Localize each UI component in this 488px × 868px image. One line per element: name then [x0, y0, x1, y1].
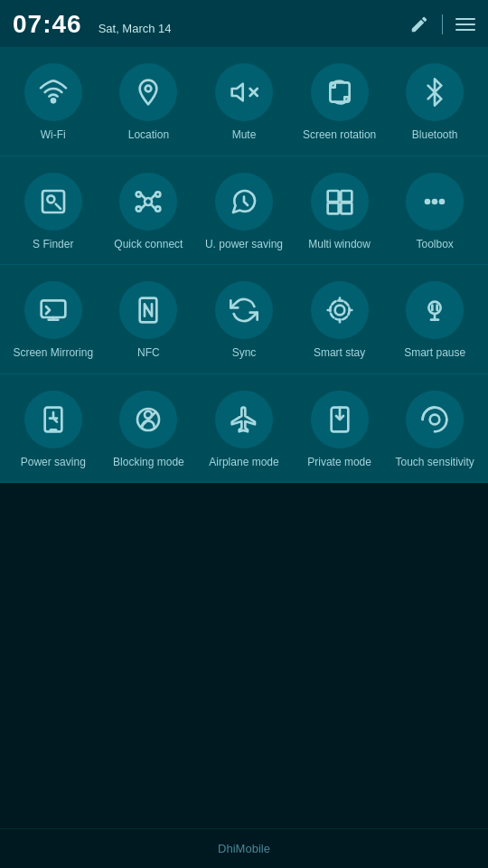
wifi-icon [24, 63, 82, 121]
grid-item-private-mode[interactable]: Private mode [296, 391, 383, 470]
grid-item-screen-rotation[interactable]: Screen rotation [296, 63, 383, 143]
nfc-icon [119, 281, 177, 339]
grid-item-power-saving[interactable]: Power saving [10, 391, 97, 470]
blocking-mode-label: Blocking mode [113, 456, 184, 470]
blocking-mode-icon [119, 391, 177, 448]
smart-stay-icon [311, 281, 369, 339]
touch-sensitivity-label: Touch sensitivity [395, 456, 474, 470]
airplane-mode-label: Airplane mode [209, 456, 278, 470]
mute-label: Mute [232, 128, 257, 143]
svg-rect-21 [341, 203, 352, 213]
grid-item-bluetooth[interactable]: Bluetooth [391, 63, 478, 143]
svg-point-27 [334, 306, 344, 316]
svg-rect-19 [341, 191, 352, 202]
grid-item-quick-connect[interactable]: Quick connect [105, 173, 192, 252]
grid-row-2: Screen Mirroring NFC Sync Smart stay Sma… [0, 265, 488, 374]
svg-point-28 [330, 301, 349, 320]
touch-sensitivity-icon [406, 391, 464, 448]
grid-row-1: S Finder Quick connect U. power saving M… [0, 156, 488, 266]
toolbox-label: Toolbox [416, 238, 453, 252]
grid-item-u-power-saving[interactable]: U. power saving [201, 173, 287, 252]
grid-item-touch-sensitivity[interactable]: Touch sensitivity [391, 391, 478, 470]
quick-connect-label: Quick connect [114, 238, 183, 252]
sync-icon [215, 281, 273, 339]
svg-line-15 [151, 194, 155, 199]
toolbox-icon [406, 173, 464, 231]
s-finder-label: S Finder [33, 238, 73, 252]
status-date: Sat, March 14 [99, 22, 172, 35]
svg-point-1 [145, 86, 152, 92]
grid-item-airplane-mode[interactable]: Airplane mode [201, 391, 287, 470]
svg-point-33 [429, 302, 441, 314]
svg-marker-2 [232, 84, 243, 101]
multi-window-icon [311, 173, 369, 231]
sync-label: Sync [232, 346, 257, 361]
grid-item-toolbox[interactable]: Toolbox [391, 173, 478, 252]
svg-line-16 [141, 203, 145, 208]
screen-rotation-label: Screen rotation [303, 128, 376, 143]
airplane-mode-icon [215, 391, 273, 448]
screen-mirroring-label: Screen Mirroring [13, 346, 93, 361]
wifi-label: Wi-Fi [41, 128, 66, 143]
power-saving-icon [24, 391, 82, 448]
screen-mirroring-icon [24, 281, 82, 339]
svg-rect-25 [41, 301, 65, 318]
svg-line-17 [151, 203, 155, 208]
grid-item-nfc[interactable]: NFC [105, 281, 192, 361]
quick-connect-icon [119, 173, 177, 231]
private-mode-icon [311, 391, 369, 448]
status-divider [442, 14, 443, 34]
grid-row-0: Wi-Fi Location Mute Screen rotation Blue… [0, 47, 488, 156]
svg-point-22 [426, 200, 429, 203]
grid-item-blocking-mode[interactable]: Blocking mode [105, 391, 192, 470]
grid-item-multi-window[interactable]: Multi window [296, 173, 383, 252]
private-mode-label: Private mode [307, 456, 371, 470]
screen-rotation-icon [311, 63, 369, 121]
svg-rect-18 [327, 191, 338, 202]
bluetooth-label: Bluetooth [412, 128, 458, 143]
smart-pause-icon [406, 281, 464, 339]
status-right [409, 14, 475, 34]
grid-item-wifi[interactable]: Wi-Fi [10, 63, 97, 143]
grid-item-sync[interactable]: Sync [201, 281, 287, 361]
bluetooth-icon [406, 63, 464, 121]
smart-pause-label: Smart pause [404, 346, 465, 361]
multi-window-label: Multi window [308, 238, 371, 252]
power-saving-label: Power saving [21, 456, 86, 470]
svg-rect-5 [330, 82, 349, 101]
svg-rect-20 [327, 203, 338, 213]
grid-item-mute[interactable]: Mute [201, 63, 287, 143]
footer: DhiMobile [0, 828, 488, 868]
footer-label: DhiMobile [218, 842, 270, 855]
location-icon [119, 63, 177, 121]
status-time: 07:46 [13, 10, 82, 39]
menu-icon[interactable] [455, 18, 475, 31]
u-power-saving-icon [215, 173, 273, 231]
smart-stay-label: Smart stay [314, 346, 365, 361]
quick-settings-grid: Wi-Fi Location Mute Screen rotation Blue… [0, 47, 488, 483]
svg-point-24 [440, 200, 444, 203]
edit-icon[interactable] [409, 14, 429, 34]
u-power-saving-label: U. power saving [205, 238, 283, 252]
svg-point-7 [47, 195, 54, 203]
svg-line-8 [55, 203, 60, 208]
svg-point-41 [430, 414, 440, 424]
grid-row-3: Power saving Blocking mode Airplane mode… [0, 374, 488, 484]
location-label: Location [128, 128, 169, 143]
s-finder-icon [24, 173, 82, 231]
bottom-area [0, 483, 488, 828]
nfc-label: NFC [137, 346, 160, 361]
mute-icon [215, 63, 273, 121]
grid-item-location[interactable]: Location [105, 63, 192, 143]
svg-point-23 [433, 200, 436, 203]
grid-item-smart-pause[interactable]: Smart pause [391, 281, 478, 361]
svg-point-0 [52, 99, 55, 102]
grid-item-screen-mirroring[interactable]: Screen Mirroring [10, 281, 97, 361]
grid-item-s-finder[interactable]: S Finder [10, 173, 97, 252]
grid-item-smart-stay[interactable]: Smart stay [296, 281, 383, 361]
status-left: 07:46 Sat, March 14 [13, 10, 172, 39]
status-bar: 07:46 Sat, March 14 [0, 0, 488, 47]
svg-line-14 [141, 194, 145, 199]
